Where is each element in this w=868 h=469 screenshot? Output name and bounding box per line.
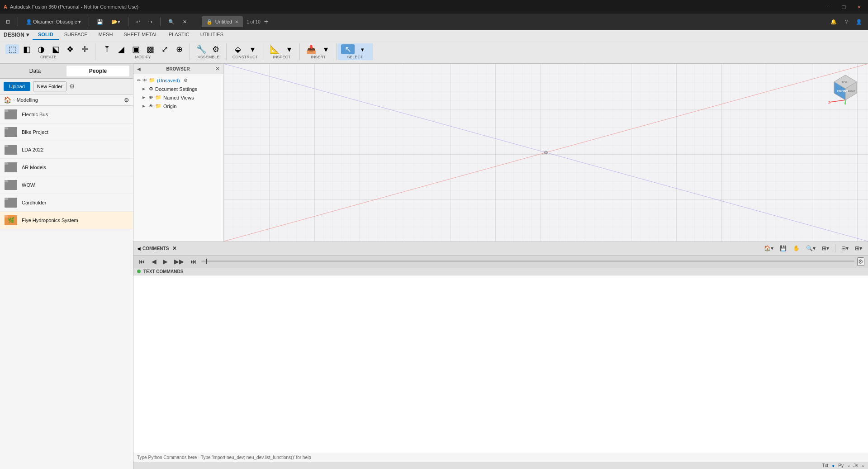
list-item[interactable]: Electric Bus	[0, 106, 133, 123]
maximize-button[interactable]: □	[839, 4, 849, 10]
list-item[interactable]: Bike Project	[0, 123, 133, 141]
tree-item-label: Document Settings	[155, 86, 197, 92]
insert-mesh-button[interactable]: 📥	[304, 44, 318, 54]
separator2	[89, 17, 89, 26]
tab-solid[interactable]: SOLID	[33, 30, 59, 40]
tab-mesh[interactable]: MESH	[93, 30, 119, 40]
help-button[interactable]: ?	[843, 18, 850, 26]
select-more-button[interactable]: ▾	[356, 45, 369, 54]
redo-button[interactable]: ↪	[146, 18, 155, 26]
browser-close-button[interactable]: ✕	[215, 66, 220, 72]
close-file-button[interactable]: ✕	[180, 18, 189, 26]
search-button[interactable]: 🔍	[166, 18, 177, 26]
open-button[interactable]: 📂▾	[109, 18, 123, 26]
viewport-settings-button[interactable]: ⊞▾	[853, 244, 864, 252]
display-settings-button[interactable]: ⊞▾	[820, 244, 831, 252]
type-py[interactable]: Py	[838, 463, 844, 468]
new-component-button[interactable]: 🔧	[194, 44, 208, 54]
undo-button[interactable]: ↩	[134, 18, 142, 26]
list-item[interactable]: LDA 2022	[0, 141, 133, 159]
tab-people[interactable]: People	[66, 66, 129, 76]
breadcrumb-settings-icon[interactable]: ⚙	[124, 97, 129, 104]
loft-button[interactable]: ❖	[63, 44, 77, 54]
viewport[interactable]: FRONT TOP RIGHT Z Y	[224, 64, 868, 242]
save-view-button[interactable]: 💾	[778, 244, 789, 252]
ribbon-group-create: ⬚ ◧ ◑ ⬕ ❖ ✛ CREATE	[2, 43, 95, 60]
text-commands-textarea[interactable]	[133, 275, 868, 300]
timeline-first-button[interactable]: ⏮	[137, 257, 147, 266]
type-js[interactable]: Js	[854, 463, 858, 468]
list-item[interactable]: Cardholder	[0, 194, 133, 212]
tab-data[interactable]: Data	[4, 66, 66, 76]
fillet-button[interactable]: ◢	[114, 44, 128, 54]
doc-tab-inactive[interactable]: 🔒 Untitled ✕	[202, 16, 243, 27]
select-button[interactable]: ↖	[341, 44, 355, 54]
panel-settings-button[interactable]: ⚙	[69, 83, 75, 90]
folder-icon: 📁	[155, 95, 161, 100]
timeline-play-button[interactable]: ▶	[161, 257, 170, 266]
tab-surface[interactable]: SURFACE	[59, 30, 93, 40]
viewport-bottom-toolbar: ◀ COMMENTS ✕ 🏠▾ 💾 ✋ 🔍▾ ⊞▾ ⊟▾ ⊞▾	[133, 242, 868, 255]
revolve-button[interactable]: ◑	[34, 44, 48, 54]
grid-settings-button[interactable]: ⊟▾	[839, 244, 851, 252]
list-item[interactable]: AR Models	[0, 159, 133, 176]
tab-add-button[interactable]: +	[264, 18, 268, 26]
file-name: Fiye Hydroponics System	[22, 218, 78, 223]
apps-button[interactable]: ⊞	[4, 18, 12, 26]
tree-item[interactable]: ▶ 👁 📁 Origin	[133, 102, 223, 110]
scale-button[interactable]: ⤢	[158, 44, 171, 54]
chamfer-button[interactable]: ▣	[129, 44, 142, 54]
construct-more-button[interactable]: ▾	[246, 44, 259, 54]
account-button[interactable]: 👤	[854, 18, 864, 26]
zoom-button[interactable]: 🔍▾	[804, 244, 818, 252]
timeline-track[interactable]	[201, 261, 854, 262]
comments-close-button[interactable]: ✕	[172, 245, 177, 251]
insert-more-button[interactable]: ▾	[319, 44, 332, 54]
timeline-last-button[interactable]: ⏭	[189, 257, 199, 266]
type-txt[interactable]: Txt	[822, 463, 828, 468]
radio-inactive1: ○	[847, 463, 850, 468]
offset-plane-button[interactable]: ⬙	[231, 44, 245, 54]
shell-button[interactable]: ▩	[143, 44, 157, 54]
press-pull-button[interactable]: ⤒	[100, 44, 114, 54]
breadcrumb-item[interactable]: Modelling	[17, 97, 38, 103]
pan-button[interactable]: ✋	[791, 244, 802, 252]
tab-utilities[interactable]: UTILITIES	[195, 30, 229, 40]
comments-collapse-button[interactable]: ◀	[137, 246, 141, 251]
file-name: WOW	[22, 182, 35, 188]
sketch-button[interactable]: ⬚	[5, 44, 19, 54]
folder-icon	[5, 180, 17, 190]
minimize-button[interactable]: −	[823, 4, 834, 10]
close-button[interactable]: ×	[854, 4, 864, 10]
tree-item[interactable]: ▶ ⚙ Document Settings	[133, 85, 223, 93]
timeline-prev-button[interactable]: ◀	[150, 257, 158, 266]
tab-sheetmetal[interactable]: SHEET METAL	[118, 30, 163, 40]
user-button[interactable]: 👤 Okpamen Obasogie ▾	[24, 18, 83, 26]
list-item[interactable]: 🌿 Fiye Hydroponics System	[0, 212, 133, 229]
browser-collapse-button[interactable]: ◀	[137, 66, 141, 71]
tree-item[interactable]: ▶ 👁 📁 Named Views	[133, 93, 223, 102]
tab-close-icon[interactable]: ✕	[235, 19, 238, 24]
tab-plastic[interactable]: PLASTIC	[163, 30, 195, 40]
list-item[interactable]: WOW	[0, 176, 133, 194]
home-view-button[interactable]: 🏠▾	[762, 244, 776, 252]
tree-root-label: (Unsaved)	[157, 78, 180, 83]
upload-button[interactable]: Upload	[4, 82, 30, 91]
home-icon[interactable]: 🏠	[4, 96, 11, 104]
view-cube[interactable]: FRONT TOP RIGHT Z Y	[827, 68, 863, 104]
save-button[interactable]: 💾	[95, 18, 105, 26]
new-folder-button[interactable]: New Folder	[33, 81, 66, 91]
grid-canvas	[224, 64, 868, 242]
inspect-more-button[interactable]: ▾	[282, 44, 296, 54]
modify-more-button[interactable]: ⊕	[172, 44, 186, 54]
joint-button[interactable]: ⚙	[209, 44, 223, 54]
extrude-button[interactable]: ◧	[20, 44, 33, 54]
tree-root-item[interactable]: ✏ 👁 📁 (Unsaved) ⚙	[133, 76, 223, 85]
create-more-button[interactable]: ✛	[78, 44, 91, 54]
design-dropdown[interactable]: DESIGN ▾	[0, 30, 33, 40]
sweep-button[interactable]: ⬕	[49, 44, 62, 54]
timeline-next-button[interactable]: ▶▶	[172, 257, 186, 266]
measure-button[interactable]: 📐	[268, 44, 281, 54]
timeline-settings-button[interactable]: ⚙	[857, 257, 864, 266]
notifications-button[interactable]: 🔔	[828, 18, 839, 26]
